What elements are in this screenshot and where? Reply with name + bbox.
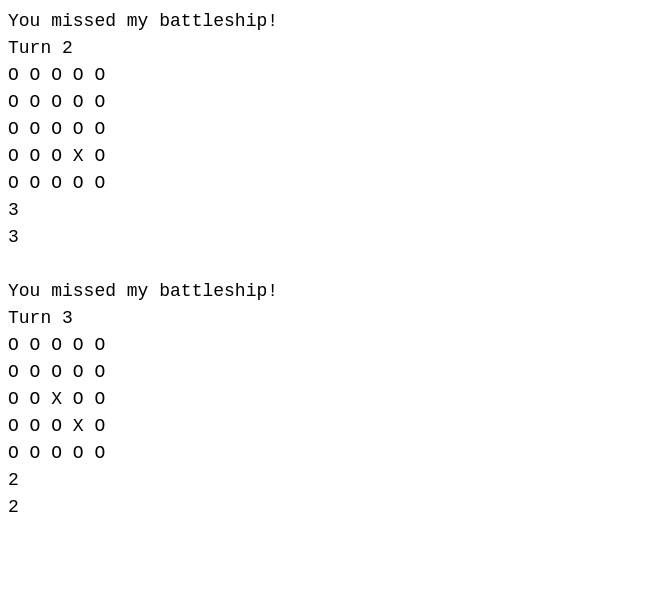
turn-label-1: Turn 3	[8, 308, 73, 328]
grid-row-1-4: O O O O O	[8, 443, 105, 463]
grid-row-0-1: O O O O O	[8, 92, 105, 112]
grid-row-1-2: O O X O O	[8, 389, 105, 409]
grid-row-0-0: O O O O O	[8, 65, 105, 85]
game-output: You missed my battleship! Turn 2 O O O O…	[8, 8, 662, 548]
miss-message-0: You missed my battleship!	[8, 11, 278, 31]
miss-message-1: You missed my battleship!	[8, 281, 278, 301]
grid-row-1-1: O O O O O	[8, 362, 105, 382]
coord2-1: 2	[8, 497, 19, 517]
grid-row-0-2: O O O O O	[8, 119, 105, 139]
grid-row-1-0: O O O O O	[8, 335, 105, 355]
grid-row-1-3: O O O X O	[8, 416, 105, 436]
grid-row-0-4: O O O O O	[8, 173, 105, 193]
coord1-1: 2	[8, 470, 19, 490]
coord1-0: 3	[8, 200, 19, 220]
coord2-0: 3	[8, 227, 19, 247]
turn-label-0: Turn 2	[8, 38, 73, 58]
grid-row-0-3: O O O X O	[8, 146, 105, 166]
